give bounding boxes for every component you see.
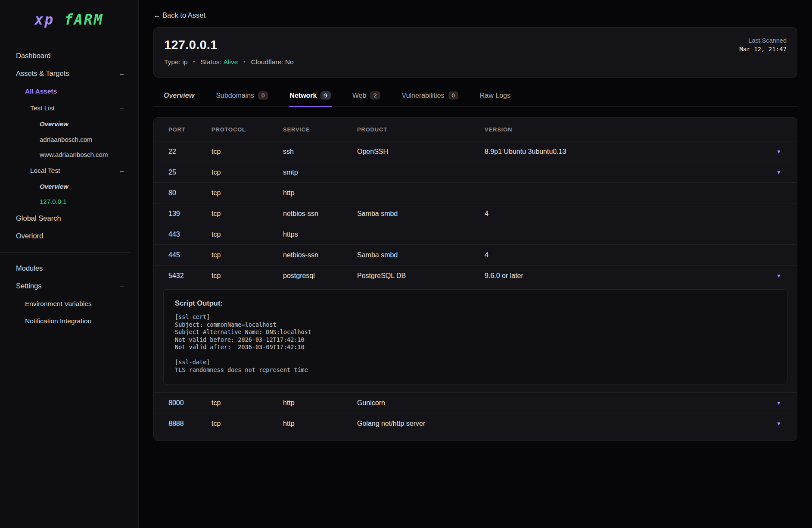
- sidebar-item-label: Overlord: [16, 231, 43, 241]
- logo-farm: fARM: [64, 11, 103, 28]
- port-cell: 22: [168, 146, 212, 157]
- expand-row-icon[interactable]: ▼: [763, 271, 782, 281]
- sidebar-item-label: Notification Integration: [25, 317, 91, 325]
- protocol-cell: tcp: [212, 167, 283, 178]
- script-output-panel: Script Output: [ssl-cert] Subject: commo…: [163, 289, 787, 384]
- port-row-25[interactable]: 25 tcp smtp ▼: [154, 162, 797, 182]
- script-output-text: [ssl-cert] Subject: commonName=localhost…: [175, 313, 776, 374]
- expand-row-icon[interactable]: ▼: [763, 398, 782, 408]
- asset-header-card: 127.0.0.1 Type: ip • Status: Alive • Clo…: [153, 27, 797, 78]
- tab-label: Overview: [164, 92, 194, 100]
- version-cell: 4: [485, 250, 763, 261]
- port-row-22[interactable]: 22 tcp ssh OpenSSH 8.9p1 Ubuntu 3ubuntu0…: [154, 141, 797, 162]
- app-logo[interactable]: xp fARM: [0, 11, 138, 28]
- port-cell: 8000: [168, 397, 212, 409]
- expand-row-icon[interactable]: ▼: [763, 419, 782, 428]
- sidebar-item-label: 127.0.0.1: [40, 197, 67, 206]
- port-cell: 139: [168, 208, 212, 219]
- sidebar-divider: [0, 252, 130, 253]
- back-to-asset-link[interactable]: ← Back to Asset: [153, 11, 205, 19]
- script-output-title: Script Output:: [175, 299, 776, 307]
- sidebar-item-environment-variables[interactable]: Environment Variables: [0, 295, 138, 312]
- protocol-cell: tcp: [212, 187, 283, 199]
- collapse-toggle-icon[interactable]: –: [120, 69, 124, 78]
- bullet-separator: •: [243, 59, 245, 65]
- sidebar-item-test-list[interactable]: Test List –: [0, 100, 138, 116]
- sidebar-item-test-list-overview[interactable]: Overview: [0, 116, 138, 132]
- sidebar-item-local-test[interactable]: Local Test –: [0, 162, 138, 179]
- page-title: 127.0.0.1: [164, 38, 783, 52]
- sidebar-item-label: Modules: [16, 264, 43, 273]
- sidebar-item-label: Assets & Targets: [16, 69, 69, 78]
- collapse-toggle-icon[interactable]: –: [120, 104, 124, 112]
- expand-row-icon[interactable]: ▼: [763, 168, 782, 177]
- sidebar-item-assets-targets[interactable]: Assets & Targets –: [0, 65, 138, 82]
- sidebar-item-settings[interactable]: Settings –: [0, 277, 138, 295]
- port-row-139: 139 tcp netbios-ssn Samba smbd 4: [154, 203, 797, 224]
- expand-spacer: [763, 253, 782, 257]
- version-cell: 8.9p1 Ubuntu 3ubuntu0.13: [485, 146, 763, 157]
- service-cell: http: [283, 397, 357, 409]
- service-cell: netbios-ssn: [283, 250, 357, 261]
- sidebar-item-127-0-0-1[interactable]: 127.0.0.1: [0, 194, 138, 209]
- tab-overview[interactable]: Overview: [163, 89, 195, 107]
- tab-vulnerabilities[interactable]: Vulnerabilities 0: [401, 89, 459, 107]
- sidebar-item-global-search[interactable]: Global Search: [0, 209, 138, 227]
- expand-spacer: [763, 233, 782, 236]
- sidebar-item-overlord[interactable]: Overlord: [0, 227, 138, 245]
- tab-label: Network: [289, 92, 317, 100]
- port-row-8000[interactable]: 8000 tcp http Gunicorn ▼: [154, 392, 797, 413]
- version-cell: [485, 422, 763, 425]
- service-cell: postgresql: [283, 270, 357, 281]
- sidebar-item-adriaanbosch[interactable]: adriaanbosch.com: [0, 132, 138, 147]
- sidebar-item-local-test-overview[interactable]: Overview: [0, 179, 138, 194]
- tab-count-badge: 9: [320, 91, 330, 100]
- tab-count-badge: 0: [448, 91, 458, 100]
- product-cell: Gunicorn: [357, 397, 485, 409]
- sidebar-item-label: Environment Variables: [25, 300, 92, 308]
- sidebar-item-all-assets[interactable]: All Assets: [0, 83, 138, 100]
- sidebar-item-modules[interactable]: Modules: [0, 259, 138, 277]
- port-cell: 80: [168, 187, 212, 199]
- asset-status-label: Status:: [200, 58, 221, 66]
- sidebar-item-notification-integration[interactable]: Notification Integration: [0, 312, 138, 330]
- product-cell: Samba smbd: [357, 208, 485, 219]
- asset-meta: Type: ip • Status: Alive • Cloudflare: N…: [164, 58, 783, 66]
- column-product: PRODUCT: [357, 125, 485, 134]
- port-row-8888[interactable]: 8888 tcp http Golang net/http server ▼: [154, 413, 797, 434]
- service-cell: smtp: [283, 167, 357, 178]
- last-scanned-label: Last Scanned: [739, 37, 787, 44]
- asset-tabs: Overview Subdomains 0 Network 9 Web 2 Vu…: [153, 89, 797, 107]
- product-cell: PostgreSQL DB: [357, 270, 485, 281]
- port-cell: 5432: [168, 270, 212, 281]
- sidebar-item-www-adriaanbosch[interactable]: www.adriaanbosch.com: [0, 147, 138, 162]
- collapse-toggle-icon[interactable]: –: [120, 282, 124, 291]
- tab-subdomains[interactable]: Subdomains 0: [215, 89, 269, 107]
- port-cell: 8888: [168, 418, 212, 429]
- tab-web[interactable]: Web 2: [352, 89, 381, 107]
- sidebar-item-dashboard[interactable]: Dashboard: [0, 47, 138, 65]
- tab-network[interactable]: Network 9: [289, 89, 331, 107]
- product-cell: OpenSSH: [357, 146, 485, 157]
- tab-label: Vulnerabilities: [402, 92, 445, 100]
- version-cell: [485, 171, 763, 174]
- port-row-80: 80 tcp http: [154, 182, 797, 203]
- tab-count-badge: 2: [370, 91, 380, 100]
- service-cell: http: [283, 187, 357, 199]
- product-cell: Golang net/http server: [357, 418, 485, 429]
- last-scanned-value: Mar 12, 21:47: [739, 46, 787, 53]
- expand-spacer: [763, 212, 782, 216]
- expand-row-icon[interactable]: ▼: [763, 147, 782, 156]
- asset-cloudflare: Cloudflare: No: [251, 58, 294, 66]
- version-cell: [485, 401, 763, 405]
- tab-label: Web: [352, 92, 367, 100]
- table-header-row: PORT PROTOCOL SERVICE PRODUCT VERSION: [154, 118, 797, 141]
- service-cell: netbios-ssn: [283, 208, 357, 219]
- column-service: SERVICE: [283, 125, 357, 134]
- sidebar-item-label: Global Search: [16, 214, 61, 223]
- sidebar-item-label: Overview: [40, 120, 68, 128]
- port-row-443: 443 tcp https: [154, 224, 797, 244]
- tab-raw-logs[interactable]: Raw Logs: [479, 89, 511, 107]
- collapse-toggle-icon[interactable]: –: [120, 166, 124, 175]
- port-row-5432[interactable]: 5432 tcp postgresql PostgreSQL DB 9.6.0 …: [154, 265, 797, 286]
